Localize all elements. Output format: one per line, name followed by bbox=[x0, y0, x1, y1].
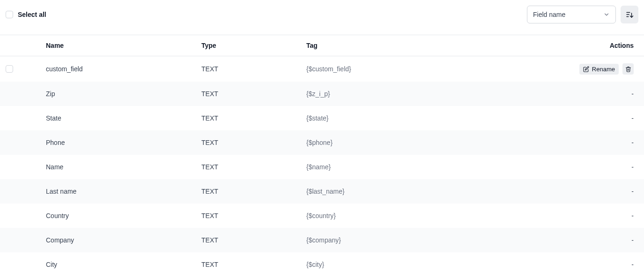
action-buttons: Rename bbox=[481, 63, 634, 75]
cell-type: TEXT bbox=[201, 65, 306, 73]
toolbar-left: Select all bbox=[6, 11, 46, 18]
cell-tag: {$state} bbox=[306, 114, 481, 122]
actions-placeholder: - bbox=[631, 236, 634, 244]
column-header-actions: Actions bbox=[481, 42, 644, 49]
cell-tag: {$city} bbox=[306, 261, 481, 268]
actions-placeholder: - bbox=[631, 139, 634, 146]
table-row: CountryTEXT{$country}- bbox=[0, 204, 644, 228]
cell-type: TEXT bbox=[201, 90, 306, 98]
toolbar-right: Field name bbox=[527, 6, 638, 23]
actions-placeholder: - bbox=[631, 212, 634, 219]
rename-label: Rename bbox=[592, 66, 615, 73]
cell-tag: {$country} bbox=[306, 212, 481, 219]
cell-name: custom_field bbox=[46, 65, 201, 73]
column-header-tag: Tag bbox=[306, 42, 481, 49]
cell-tag: {$z_i_p} bbox=[306, 90, 481, 98]
chevron-down-icon bbox=[603, 11, 610, 18]
cell-tag: {$last_name} bbox=[306, 188, 481, 195]
actions-placeholder: - bbox=[631, 188, 634, 195]
cell-type: TEXT bbox=[201, 163, 306, 171]
table-row: CompanyTEXT{$company}- bbox=[0, 228, 644, 252]
cell-actions: Rename bbox=[481, 63, 644, 75]
cell-actions: - bbox=[481, 212, 644, 219]
table-row: ZipTEXT{$z_i_p}- bbox=[0, 82, 644, 106]
cell-actions: - bbox=[481, 163, 644, 171]
cell-tag: {$company} bbox=[306, 236, 481, 244]
sort-direction-button[interactable] bbox=[621, 6, 638, 23]
cell-name: Phone bbox=[46, 139, 201, 146]
cell-tag: {$name} bbox=[306, 163, 481, 171]
select-all-label: Select all bbox=[18, 11, 46, 18]
cell-actions: - bbox=[481, 236, 644, 244]
actions-placeholder: - bbox=[631, 163, 634, 171]
column-header-type: Type bbox=[201, 42, 306, 49]
cell-tag: {$phone} bbox=[306, 139, 481, 146]
cell-name: Zip bbox=[46, 90, 201, 98]
select-all-checkbox[interactable] bbox=[6, 11, 13, 18]
sort-descending-icon bbox=[625, 10, 634, 19]
cell-type: TEXT bbox=[201, 188, 306, 195]
cell-name: Last name bbox=[46, 188, 201, 195]
table-row: PhoneTEXT{$phone}- bbox=[0, 130, 644, 155]
cell-type: TEXT bbox=[201, 212, 306, 219]
cell-actions: - bbox=[481, 90, 644, 98]
delete-button[interactable] bbox=[622, 63, 634, 75]
table-row: NameTEXT{$name}- bbox=[0, 155, 644, 179]
cell-name: City bbox=[46, 261, 201, 268]
table-body: custom_fieldTEXT{$custom_field}RenameZip… bbox=[0, 56, 644, 272]
row-checkbox[interactable] bbox=[6, 65, 13, 73]
cell-checkbox bbox=[0, 65, 46, 73]
actions-placeholder: - bbox=[631, 261, 634, 268]
cell-name: State bbox=[46, 114, 201, 122]
trash-icon bbox=[625, 66, 631, 72]
cell-type: TEXT bbox=[201, 236, 306, 244]
cell-actions: - bbox=[481, 261, 644, 268]
actions-placeholder: - bbox=[631, 90, 634, 98]
actions-placeholder: - bbox=[631, 114, 634, 122]
rename-button[interactable]: Rename bbox=[579, 64, 619, 75]
cell-type: TEXT bbox=[201, 114, 306, 122]
column-header-name: Name bbox=[46, 42, 201, 49]
cell-actions: - bbox=[481, 114, 644, 122]
cell-actions: - bbox=[481, 188, 644, 195]
cell-type: TEXT bbox=[201, 261, 306, 268]
table-row: Last nameTEXT{$last_name}- bbox=[0, 179, 644, 204]
sort-by-select[interactable]: Field name bbox=[527, 6, 616, 23]
cell-name: Country bbox=[46, 212, 201, 219]
cell-name: Name bbox=[46, 163, 201, 171]
cell-type: TEXT bbox=[201, 139, 306, 146]
toolbar: Select all Field name bbox=[0, 0, 644, 35]
edit-icon bbox=[583, 66, 589, 72]
cell-tag: {$custom_field} bbox=[306, 65, 481, 73]
cell-actions: - bbox=[481, 139, 644, 146]
table-row: CityTEXT{$city}- bbox=[0, 252, 644, 272]
table-row: custom_fieldTEXT{$custom_field}Rename bbox=[0, 56, 644, 82]
cell-name: Company bbox=[46, 236, 201, 244]
sort-by-value: Field name bbox=[533, 11, 565, 18]
table-header: Name Type Tag Actions bbox=[0, 35, 644, 56]
table-row: StateTEXT{$state}- bbox=[0, 106, 644, 130]
